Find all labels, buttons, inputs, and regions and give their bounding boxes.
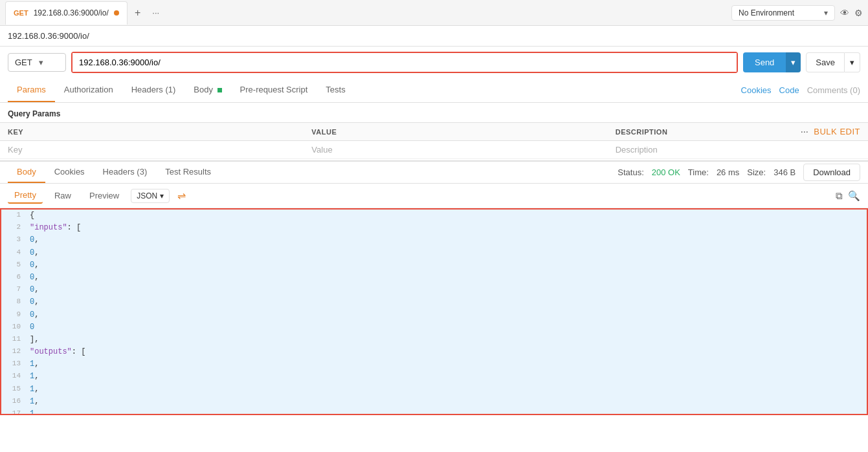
cookies-link[interactable]: Cookies [741,85,772,95]
comments-link[interactable]: Comments (0) [807,85,860,95]
response-area: Body Cookies Headers (3) Test Results St… [0,160,868,415]
code-link[interactable]: Code [779,85,799,95]
line-content: 1, [27,396,867,408]
more-tabs-button[interactable]: ··· [147,4,165,22]
status-value: 200 OK [652,167,680,177]
code-line: 7 0, [1,284,867,296]
code-line: 11 ], [1,334,867,346]
request-tabs: Params Authorization Headers (1) Body Pr… [0,78,868,103]
tab-headers[interactable]: Headers (1) [122,78,185,102]
line-number: 1 [1,210,27,221]
code-line: 2 "inputs": [ [1,222,867,234]
query-params-section: Query Params KEY VALUE DESCRIPTION ··· B… [0,103,868,159]
wrap-icon[interactable]: ⇌ [177,189,186,202]
chevron-down-icon: ▾ [824,8,828,17]
value-column-header: VALUE [311,128,337,136]
code-line: 6 0, [1,272,867,284]
fmt-tab-preview[interactable]: Preview [83,188,126,203]
line-content: 1, [27,371,867,383]
tab-authorization[interactable]: Authorization [55,78,122,102]
add-tab-button[interactable]: + [129,4,147,22]
line-number: 9 [1,309,27,321]
copy-icon[interactable]: ⧉ [836,190,843,202]
line-content: 0, [27,284,867,296]
desc-input-placeholder[interactable]: Description [616,145,658,155]
request-bar: GET ▾ Send ▾ Save ▾ [0,47,868,78]
line-number: 5 [1,259,27,271]
line-content: { [27,210,867,222]
line-number: 12 [1,346,27,358]
line-content: 0, [27,296,867,308]
format-bar: Pretty Raw Preview JSON ▾ ⇌ ⧉ 🔍 [0,184,868,208]
code-line: 1{ [1,210,867,222]
line-content: 0, [27,259,867,272]
fmt-tab-raw[interactable]: Raw [48,188,78,203]
environment-select[interactable]: No Environment ▾ [731,5,835,21]
method-chevron-icon: ▾ [39,58,43,67]
method-label: GET [15,58,32,67]
status-label: Status: [618,167,643,177]
line-content: ], [27,334,867,346]
line-number: 11 [1,334,27,345]
bulk-edit-button[interactable]: Bulk Edit [814,127,860,136]
tab-method: GET [14,9,28,17]
line-number: 7 [1,284,27,296]
format-select[interactable]: JSON ▾ [131,189,170,203]
address-url: 192.168.0.36:9000/io/ [8,31,89,41]
send-dropdown-button[interactable]: ▾ [786,52,801,72]
line-number: 8 [1,296,27,308]
tab-params[interactable]: Params [8,78,55,102]
line-number: 17 [1,408,27,415]
format-label: JSON [137,191,157,200]
address-bar: 192.168.0.36:9000/io/ [0,26,868,47]
code-line: 8 0, [1,296,867,308]
url-input[interactable] [72,53,737,72]
tab-body[interactable]: Body [184,78,230,102]
size-value: 346 B [773,167,796,177]
size-label: Size: [747,167,766,177]
send-button[interactable]: Send [743,52,786,72]
code-line: 10 0 [1,321,867,334]
description-column-header: DESCRIPTION [616,128,668,136]
save-dropdown-button[interactable]: ▾ [845,52,860,72]
time-value: 26 ms [717,167,739,177]
value-input-placeholder[interactable]: Value [311,145,332,155]
key-input-placeholder[interactable]: Key [8,145,22,155]
line-content: "inputs": [ [27,222,867,234]
line-content: 1, [27,383,867,396]
method-select[interactable]: GET ▾ [8,53,66,72]
line-content: 0 [27,321,867,334]
query-params-title: Query Params [0,103,868,122]
code-line: 3 0, [1,234,867,246]
save-button[interactable]: Save [806,52,845,72]
more-options-icon[interactable]: ··· [801,128,808,136]
resp-tab-headers[interactable]: Headers (3) [94,162,157,183]
code-line: 13 1, [1,358,867,371]
tab-item[interactable]: GET 192.168.0.36:9000/io/ [5,1,128,25]
tab-url: 192.168.0.36:9000/io/ [34,8,109,17]
line-content: 1, [27,408,867,415]
download-button[interactable]: Download [803,164,860,181]
line-content: 0, [27,309,867,321]
line-content: 0, [27,272,867,284]
code-line: 14 1, [1,371,867,383]
code-line: 15 1, [1,383,867,396]
fmt-tab-pretty[interactable]: Pretty [8,188,43,204]
line-number: 13 [1,358,27,370]
line-number: 16 [1,396,27,407]
line-number: 15 [1,383,27,395]
resp-tab-body[interactable]: Body [8,162,45,183]
line-number: 4 [1,247,27,259]
line-content: 0, [27,247,867,259]
tab-pre-request[interactable]: Pre-request Script [231,78,317,102]
key-column-header: KEY [8,128,23,136]
search-icon[interactable]: 🔍 [848,190,860,202]
line-number: 2 [1,222,27,233]
eye-icon[interactable]: 👁 [840,8,849,18]
code-line: 5 0, [1,259,867,272]
resp-tab-test-results[interactable]: Test Results [156,162,220,183]
tab-tests[interactable]: Tests [317,78,354,102]
resp-tab-cookies[interactable]: Cookies [45,162,94,183]
gear-icon[interactable]: ⚙ [854,8,863,18]
code-line: 12 "outputs": [ [1,346,867,358]
